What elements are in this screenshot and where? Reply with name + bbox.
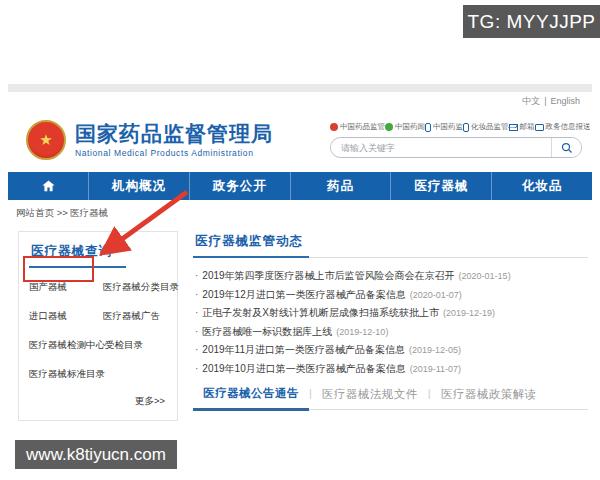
search-button[interactable]: [551, 138, 581, 157]
nav-item-org-overview[interactable]: 机构概况: [88, 172, 189, 200]
news-title: 医疗器械唯一标识数据库上线: [202, 326, 332, 337]
language-switcher: 中文 | English: [8, 92, 592, 110]
site-subtitle: National Medical Products Administration: [75, 148, 273, 158]
site-page: 中文 | English ★ 国家药品监督管理局 National Medica…: [8, 84, 592, 476]
brand-text: 国家药品监督管理局 National Medical Products Admi…: [75, 122, 273, 158]
news-title: 2019年第四季度医疗器械上市后监管风险会商会在京召开: [202, 270, 454, 281]
quick-link-label: 中国药品监管: [340, 122, 385, 132]
sidebar-title: 医疗器械查询: [29, 243, 126, 268]
sidebar-item-testing-center-catalog[interactable]: 医疗器械检测中心受检目录: [29, 339, 179, 352]
news-date: (2019-12-19): [443, 308, 495, 318]
news-date: (2019-12-10): [336, 327, 388, 337]
bullet: ·: [195, 344, 198, 355]
quick-link-label: 中国药监: [433, 122, 463, 132]
national-emblem-logo: ★: [26, 120, 66, 160]
bullet: ·: [195, 326, 198, 337]
news-list: ·2019年第四季度医疗器械上市后监管风险会商会在京召开(2020-01-15)…: [193, 267, 588, 378]
quick-links: 中国药品监管 中国药闻 中国药监 化妆品监管 邮箱: [330, 122, 582, 132]
lang-chinese-link[interactable]: 中文: [522, 95, 540, 108]
bullet: ·: [195, 307, 198, 318]
device-query-panel: 医疗器械查询 国产器械 医疗器械分类目录 进口器械 医疗器械广告 医疗器械检测中…: [18, 231, 178, 421]
sidebar-item-standards-catalog[interactable]: 医疗器械标准目录: [29, 368, 179, 381]
site-title: 国家药品监督管理局: [75, 122, 273, 146]
main-nav: 机构概况 政务公开 药品 医疗器械 化妆品: [8, 172, 592, 200]
tab-policy-interpretation[interactable]: 医疗器械政策解读: [431, 387, 547, 409]
content-area: 医疗器械查询 国产器械 医疗器械分类目录 进口器械 医疗器械广告 医疗器械检测中…: [8, 225, 592, 421]
bottom-tabs: 医疗器械公告通告 | 医疗器械法规文件 | 医疗器械政策解读: [193, 386, 588, 410]
nav-item-medical-devices[interactable]: 医疗器械: [390, 172, 491, 200]
section-header: 医疗器械监管动态: [193, 231, 588, 258]
mail-icon: [509, 124, 518, 131]
bullet: ·: [195, 270, 198, 281]
site-header: ★ 国家药品监督管理局 National Medical Products Ad…: [8, 110, 592, 172]
mobile-app-icon: [425, 123, 431, 132]
sidebar-links: 国产器械 医疗器械分类目录 进口器械 医疗器械广告 医疗器械检测中心受检目录 医…: [29, 281, 169, 381]
bullet: ·: [195, 289, 198, 300]
tab-announcements[interactable]: 医疗器械公告通告: [193, 386, 309, 411]
sidebar-item-domestic-devices[interactable]: 国产器械: [29, 281, 103, 294]
sidebar-item-imported-devices[interactable]: 进口器械: [29, 310, 103, 323]
quick-link-label: 邮箱: [520, 122, 535, 132]
news-title: 正电子发射及X射线计算机断层成像扫描系统获批上市: [202, 307, 439, 318]
news-title: 2019年10月进口第一类医疗器械产品备案信息: [202, 363, 405, 374]
home-icon: [41, 179, 56, 193]
quick-link-wechat[interactable]: 中国药闻: [385, 122, 425, 132]
search-input[interactable]: [331, 143, 551, 153]
news-item[interactable]: ·正电子发射及X射线计算机断层成像扫描系统获批上市(2019-12-19): [193, 304, 588, 323]
watermark-badge: www.k8tiyucn.com: [15, 440, 177, 469]
news-item[interactable]: ·2019年10月进口第一类医疗器械产品备案信息(2019-11-07): [193, 360, 588, 379]
breadcrumb: 网站首页 >> 医疗器械: [8, 200, 592, 225]
sidebar-item-device-ads[interactable]: 医疗器械广告: [103, 310, 179, 323]
news-item[interactable]: ·2019年11月进口第一类医疗器械产品备案信息(2019-12-05): [193, 341, 588, 360]
news-date: (2020-01-15): [459, 271, 511, 281]
quick-link-app-drug[interactable]: 中国药监: [425, 122, 463, 132]
quick-link-label: 化妆品监管: [471, 122, 509, 132]
lang-separator: |: [544, 96, 546, 106]
news-date: (2020-01-07): [410, 290, 462, 300]
news-item[interactable]: ·2019年12月进口第一类医疗器械产品备案信息(2020-01-07): [193, 286, 588, 305]
news-date: (2019-12-05): [409, 345, 461, 355]
nav-item-cosmetics[interactable]: 化妆品: [491, 172, 592, 200]
sidebar-item-classification-catalog[interactable]: 医疗器械分类目录: [103, 281, 179, 294]
tg-contact-badge: TG: MYYJJPP: [463, 5, 600, 38]
quick-link-label: 政务信息报送: [546, 122, 591, 132]
nav-home-button[interactable]: [8, 172, 88, 200]
brand: ★ 国家药品监督管理局 National Medical Products Ad…: [26, 120, 273, 160]
main-column: 医疗器械监管动态 ·2019年第四季度医疗器械上市后监管风险会商会在京召开(20…: [193, 231, 588, 421]
quick-link-label: 中国药闻: [395, 122, 425, 132]
bullet: ·: [195, 363, 198, 374]
news-title: 2019年11月进口第一类医疗器械产品备案信息: [202, 344, 405, 355]
quick-link-weibo[interactable]: 中国药品监管: [330, 122, 385, 132]
nav-item-drugs[interactable]: 药品: [290, 172, 391, 200]
tab-regulations[interactable]: 医疗器械法规文件: [312, 387, 428, 409]
top-strip: [8, 84, 592, 92]
sidebar-more-link[interactable]: 更多>>: [29, 395, 169, 408]
search-icon: [561, 142, 573, 154]
section-title: 医疗器械监管动态: [193, 233, 309, 258]
news-item[interactable]: ·医疗器械唯一标识数据库上线(2019-12-10): [193, 323, 588, 342]
news-date: (2019-11-07): [410, 364, 461, 374]
lang-english-link[interactable]: English: [550, 96, 580, 106]
quick-link-report[interactable]: 政务信息报送: [535, 122, 591, 132]
mobile-app-icon: [463, 123, 469, 132]
weibo-icon: [330, 123, 338, 131]
header-right: 中国药品监管 中国药闻 中国药监 化妆品监管 邮箱: [330, 122, 582, 158]
search-bar: [330, 137, 582, 158]
news-item[interactable]: ·2019年第四季度医疗器械上市后监管风险会商会在京召开(2020-01-15): [193, 267, 588, 286]
wechat-icon: [385, 123, 393, 131]
news-title: 2019年12月进口第一类医疗器械产品备案信息: [202, 289, 405, 300]
quick-link-mail[interactable]: 邮箱: [509, 122, 535, 132]
monitor-icon: [535, 124, 544, 131]
nav-item-gov-affairs[interactable]: 政务公开: [189, 172, 290, 200]
quick-link-app-cosmetics[interactable]: 化妆品监管: [463, 122, 509, 132]
